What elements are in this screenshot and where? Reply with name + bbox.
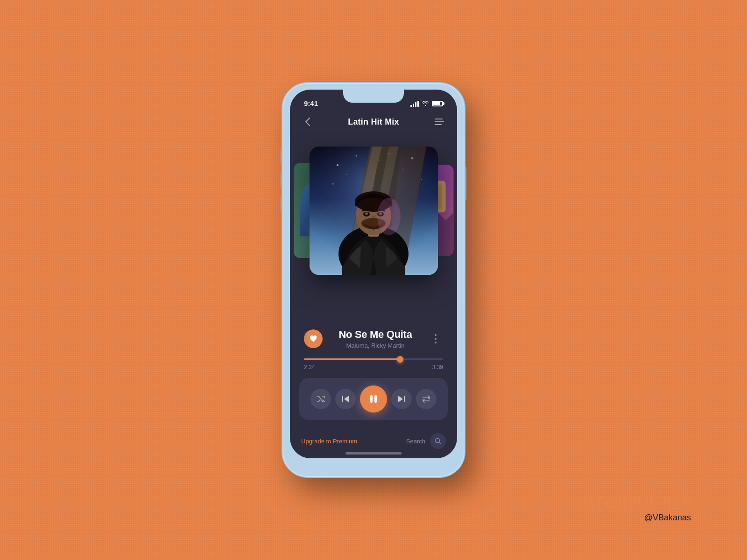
search-area: Search — [406, 433, 446, 449]
svg-point-5 — [337, 164, 338, 166]
progress-area: 2:34 3:39 — [290, 358, 457, 371]
album-card-current — [310, 147, 438, 275]
watermark: #DailyUI–010 @VBakanas — [587, 493, 691, 523]
play-pause-button[interactable] — [360, 385, 387, 413]
phone-screen: 9:41 — [290, 90, 457, 458]
svg-point-6 — [355, 155, 357, 156]
progress-thumb[interactable] — [397, 356, 403, 363]
controls-bar — [299, 378, 448, 420]
time-row: 2:34 3:39 — [304, 364, 443, 371]
svg-rect-33 — [342, 396, 343, 402]
notch — [343, 90, 404, 103]
next-button[interactable] — [391, 389, 412, 409]
header-title: Latin Hit Mix — [348, 117, 399, 127]
status-bar: 9:41 — [290, 90, 457, 110]
svg-point-28 — [377, 198, 401, 235]
watermark-handle: @VBakanas — [587, 513, 691, 523]
song-info: No Se Me Quita Maluma, Ricky Martin — [290, 319, 457, 358]
upgrade-text: Upgrade to Premium — [301, 438, 357, 445]
song-title-block: No Se Me Quita Maluma, Ricky Martin — [323, 329, 428, 349]
previous-button[interactable] — [335, 389, 356, 409]
svg-line-39 — [439, 442, 441, 444]
more-options-button[interactable] — [428, 331, 443, 346]
status-icons — [410, 100, 443, 107]
song-controls-row: No Se Me Quita Maluma, Ricky Martin — [304, 329, 443, 349]
wifi-icon — [422, 100, 429, 107]
search-button[interactable] — [430, 433, 446, 449]
app-header: Latin Hit Mix — [290, 110, 457, 133]
svg-rect-37 — [404, 396, 405, 402]
song-title: No Se Me Quita — [323, 329, 428, 341]
like-button[interactable] — [304, 329, 323, 348]
current-time: 2:34 — [304, 364, 315, 371]
progress-track[interactable] — [304, 358, 443, 360]
svg-point-10 — [332, 183, 333, 184]
controls-area — [290, 371, 457, 427]
back-button[interactable] — [299, 113, 316, 130]
status-time: 9:41 — [304, 99, 318, 107]
song-artist: Maluma, Ricky Martin — [323, 342, 428, 349]
svg-marker-36 — [398, 396, 403, 402]
queue-button[interactable] — [431, 113, 448, 130]
battery-icon — [432, 101, 443, 106]
album-carousel — [290, 133, 457, 319]
signal-icon — [410, 101, 419, 107]
carousel-track[interactable] — [290, 143, 457, 278]
more-dot — [435, 338, 437, 340]
svg-rect-34 — [370, 395, 373, 403]
repeat-button[interactable] — [416, 389, 437, 409]
premium-link[interactable]: Premium — [333, 438, 357, 445]
shuffle-button[interactable] — [310, 389, 331, 409]
search-label: Search — [406, 438, 425, 445]
watermark-dailyui: #DailyUI–010 — [587, 493, 691, 513]
phone-frame: 9:41 — [282, 83, 465, 477]
more-dot — [435, 342, 437, 343]
total-time: 3:39 — [432, 364, 443, 371]
svg-point-13 — [346, 174, 347, 175]
svg-marker-32 — [344, 396, 349, 402]
more-dot — [435, 334, 437, 336]
home-indicator — [345, 452, 402, 455]
album-art — [310, 147, 438, 275]
svg-point-26 — [365, 212, 368, 215]
progress-fill — [304, 358, 400, 360]
svg-point-11 — [421, 179, 422, 180]
svg-rect-35 — [374, 395, 377, 403]
